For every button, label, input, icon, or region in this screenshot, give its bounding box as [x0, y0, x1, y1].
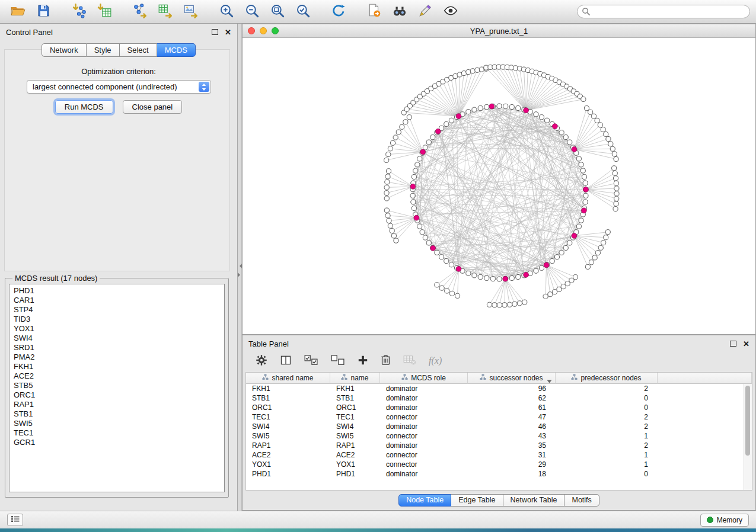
- network-node[interactable]: [595, 118, 599, 123]
- network-node[interactable]: [478, 105, 483, 110]
- table-row[interactable]: PHD1PHD1dominator180: [246, 469, 752, 479]
- column-layout-button[interactable]: [280, 354, 292, 368]
- network-node[interactable]: [484, 104, 489, 109]
- close-panel-button[interactable]: Close panel: [123, 100, 183, 114]
- network-node[interactable]: [391, 233, 396, 238]
- network-node[interactable]: [390, 140, 395, 145]
- network-node[interactable]: [604, 235, 608, 240]
- network-node[interactable]: [449, 262, 454, 267]
- mcds-result-item[interactable]: TEC1: [9, 428, 224, 438]
- network-node[interactable]: [573, 275, 578, 280]
- mcds-result-list[interactable]: PHD1CAR1STP4TID3YOX1SWI4SRD1PMA2FKH1ACE2…: [9, 284, 225, 492]
- network-node[interactable]: [388, 146, 393, 151]
- dominator-node[interactable]: [572, 147, 577, 152]
- network-node[interactable]: [393, 135, 398, 140]
- dominator-node[interactable]: [435, 129, 441, 134]
- dominator-node[interactable]: [456, 267, 461, 272]
- network-node[interactable]: [613, 206, 618, 211]
- network-node[interactable]: [449, 118, 454, 123]
- tab-style[interactable]: Style: [87, 43, 120, 57]
- network-node[interactable]: [592, 255, 597, 260]
- network-node[interactable]: [492, 303, 497, 307]
- dominator-node[interactable]: [456, 114, 461, 119]
- table-settings-button[interactable]: [256, 354, 267, 368]
- network-node[interactable]: [475, 68, 480, 72]
- network-node[interactable]: [503, 104, 508, 108]
- network-node[interactable]: [557, 287, 562, 291]
- network-node[interactable]: [613, 176, 618, 181]
- show-hide-button[interactable]: [439, 2, 462, 21]
- mcds-result-item[interactable]: STP4: [9, 305, 224, 315]
- network-node[interactable]: [559, 130, 564, 135]
- maximize-window-icon[interactable]: [272, 27, 279, 34]
- network-node[interactable]: [385, 174, 390, 179]
- network-node[interactable]: [472, 273, 477, 278]
- network-node[interactable]: [610, 146, 615, 151]
- network-node[interactable]: [567, 140, 572, 145]
- dominator-node[interactable]: [524, 108, 529, 113]
- network-node[interactable]: [516, 105, 521, 110]
- column-header-name[interactable]: name: [330, 373, 380, 384]
- panel-selector-button[interactable]: [7, 514, 23, 526]
- tab-edge-table[interactable]: Edge Table: [451, 494, 503, 507]
- mcds-result-item[interactable]: STB5: [9, 381, 224, 390]
- network-node[interactable]: [413, 168, 418, 173]
- network-node[interactable]: [507, 302, 512, 307]
- network-node[interactable]: [516, 274, 521, 279]
- network-node[interactable]: [579, 162, 583, 167]
- unselect-all-button[interactable]: [331, 355, 345, 367]
- table-row[interactable]: STB1STB1dominator620: [246, 393, 752, 403]
- network-node[interactable]: [589, 260, 594, 265]
- network-node[interactable]: [390, 229, 394, 233]
- network-node[interactable]: [461, 71, 466, 76]
- network-node[interactable]: [385, 213, 390, 218]
- dominator-node[interactable]: [489, 104, 495, 109]
- network-node[interactable]: [497, 104, 502, 108]
- dominator-node[interactable]: [503, 276, 508, 281]
- network-node[interactable]: [472, 107, 477, 112]
- network-node[interactable]: [470, 69, 475, 73]
- mcds-result-item[interactable]: STB1: [9, 409, 224, 419]
- mcds-result-item[interactable]: YOX1: [9, 324, 224, 334]
- mcds-result-item[interactable]: CAR1: [9, 296, 224, 305]
- network-node[interactable]: [580, 168, 585, 173]
- network-node[interactable]: [561, 284, 566, 289]
- network-node[interactable]: [552, 290, 557, 294]
- table-row[interactable]: YOX1YOX1connector291: [246, 460, 752, 469]
- sort-chevron-icon[interactable]: [547, 377, 552, 384]
- dominator-node[interactable]: [430, 245, 436, 251]
- delete-table-button[interactable]: [403, 355, 416, 367]
- dominator-node[interactable]: [410, 184, 416, 189]
- network-node[interactable]: [497, 303, 502, 307]
- float-table-panel-icon[interactable]: [730, 341, 736, 347]
- network-node[interactable]: [604, 132, 608, 136]
- network-node[interactable]: [387, 218, 391, 223]
- network-node[interactable]: [522, 300, 527, 305]
- search-input[interactable]: [577, 5, 750, 18]
- network-node[interactable]: [439, 255, 444, 259]
- tab-select[interactable]: Select: [120, 43, 157, 57]
- network-node[interactable]: [583, 181, 588, 185]
- tab-network-table[interactable]: Network Table: [503, 494, 565, 507]
- dominator-node[interactable]: [524, 272, 529, 277]
- table-row[interactable]: TEC1TEC1connector472: [246, 412, 752, 422]
- network-node[interactable]: [614, 201, 618, 206]
- dominator-node[interactable]: [583, 187, 589, 193]
- network-node[interactable]: [584, 105, 589, 110]
- network-node[interactable]: [435, 250, 439, 255]
- network-node[interactable]: [407, 115, 412, 120]
- network-node[interactable]: [466, 69, 471, 74]
- network-node[interactable]: [595, 251, 600, 255]
- network-node[interactable]: [614, 156, 618, 161]
- import-table-button[interactable]: [92, 2, 116, 21]
- network-node[interactable]: [543, 294, 548, 299]
- network-node[interactable]: [591, 114, 596, 118]
- mcds-result-item[interactable]: RAP1: [9, 400, 224, 409]
- network-node[interactable]: [550, 258, 554, 263]
- zoom-in-button[interactable]: [215, 2, 238, 21]
- network-node[interactable]: [487, 302, 492, 307]
- network-node[interactable]: [444, 121, 449, 126]
- zoom-selected-button[interactable]: [291, 2, 315, 21]
- column-header-predecessor-nodes[interactable]: predecessor nodes: [556, 373, 658, 384]
- close-table-panel-icon[interactable]: ✕: [743, 340, 749, 348]
